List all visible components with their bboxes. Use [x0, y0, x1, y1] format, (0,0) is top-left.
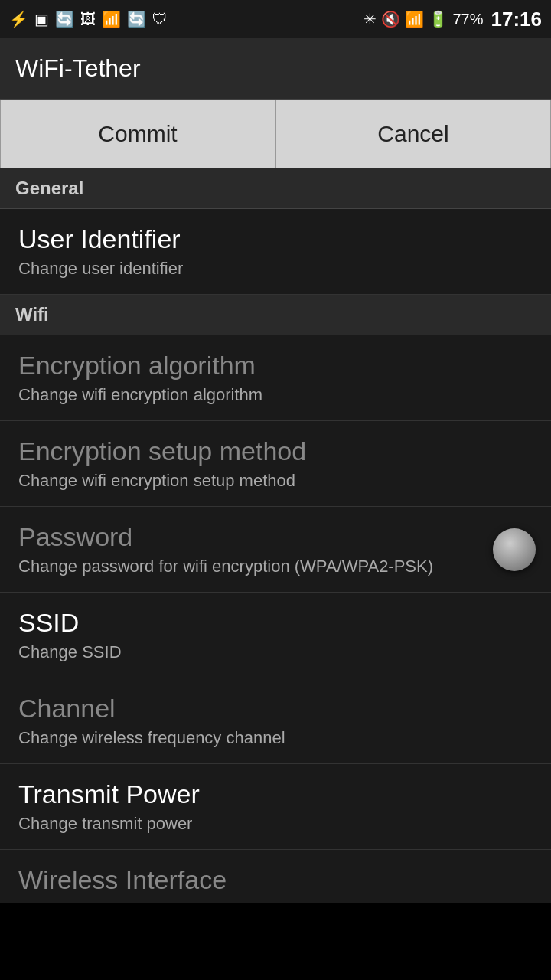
pref-transmit-power-title: Transmit Power — [18, 779, 536, 809]
mute-icon: 🔇 — [381, 10, 400, 28]
pref-encryption-setup[interactable]: Encryption setup method Change wifi encr… — [0, 421, 551, 507]
pref-channel-title: Channel — [18, 694, 536, 724]
pref-encryption-algorithm[interactable]: Encryption algorithm Change wifi encrypt… — [0, 335, 551, 421]
wifi-icon: 📶 — [102, 10, 121, 28]
pref-password-summary: Change password for wifi encryption (WPA… — [18, 557, 536, 577]
app-title: WiFi-Tether — [15, 54, 141, 83]
pref-password[interactable]: Password Change password for wifi encryp… — [0, 507, 551, 593]
pref-transmit-power-summary: Change transmit power — [18, 814, 536, 834]
commit-button[interactable]: Commit — [0, 100, 276, 168]
status-icons-right: ✳ 🔇 📶 🔋 77% 17:16 — [364, 8, 542, 31]
pref-wireless-interface-title: Wireless Interface — [18, 865, 536, 895]
pref-user-identifier-summary: Change user identifier — [18, 259, 536, 279]
bluetooth-icon: ✳ — [364, 10, 377, 28]
pref-user-identifier[interactable]: User Identifier Change user identifier — [0, 209, 551, 295]
pref-channel[interactable]: Channel Change wireless frequency channe… — [0, 678, 551, 764]
sim-icon: ▣ — [34, 10, 49, 28]
pref-transmit-power[interactable]: Transmit Power Change transmit power — [0, 764, 551, 850]
status-icons-left: ⚡ ▣ 🔄 🖼 📶 🔄 🛡 — [9, 10, 168, 28]
pref-password-title: Password — [18, 522, 536, 552]
password-toggle-circle[interactable] — [493, 528, 536, 571]
usb-icon: ⚡ — [9, 10, 28, 28]
sync-icon: 🔄 — [55, 10, 74, 28]
pref-ssid-summary: Change SSID — [18, 642, 536, 662]
pref-ssid-title: SSID — [18, 608, 536, 638]
image-icon: 🖼 — [80, 11, 96, 28]
pref-ssid[interactable]: SSID Change SSID — [0, 593, 551, 678]
pref-encryption-algorithm-title: Encryption algorithm — [18, 351, 536, 381]
battery-percent: 77% — [452, 11, 483, 28]
time: 17:16 — [491, 8, 543, 31]
app-bar: WiFi-Tether — [0, 38, 551, 100]
pref-encryption-setup-title: Encryption setup method — [18, 436, 536, 466]
sync2-icon: 🔄 — [127, 10, 146, 28]
pref-encryption-algorithm-summary: Change wifi encryption algorithm — [18, 385, 536, 405]
pref-encryption-setup-summary: Change wifi encryption setup method — [18, 471, 536, 491]
battery-icon: 🔋 — [429, 10, 448, 28]
pref-channel-summary: Change wireless frequency channel — [18, 728, 536, 748]
cancel-button[interactable]: Cancel — [276, 100, 551, 168]
action-buttons-row: Commit Cancel — [0, 100, 551, 168]
pref-user-identifier-title: User Identifier — [18, 224, 536, 254]
section-header-wifi: Wifi — [0, 295, 551, 335]
status-bar: ⚡ ▣ 🔄 🖼 📶 🔄 🛡 ✳ 🔇 📶 🔋 77% 17:16 — [0, 0, 551, 38]
signal-icon: 📶 — [405, 10, 424, 28]
shield-icon: 🛡 — [152, 11, 168, 28]
section-header-general: General — [0, 168, 551, 209]
pref-wireless-interface[interactable]: Wireless Interface — [0, 850, 551, 903]
